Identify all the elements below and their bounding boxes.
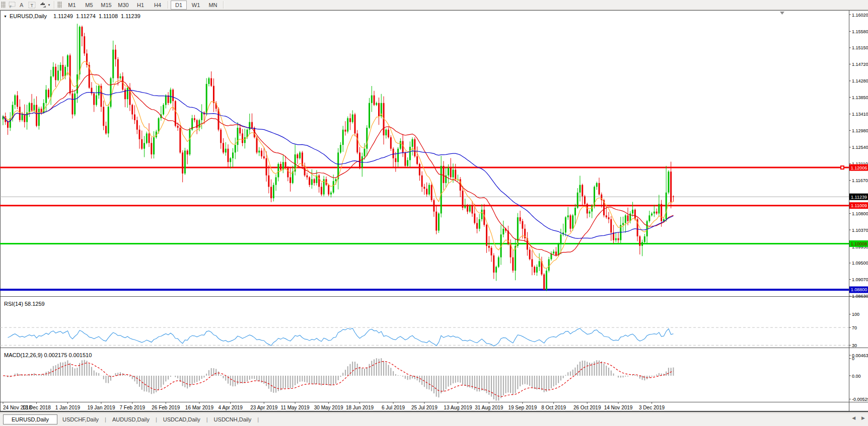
timeframe-button-h1[interactable]: H1 bbox=[132, 1, 149, 10]
macd-tick-label: 0.00463 bbox=[852, 353, 868, 358]
macd-tick-label: 0.00 bbox=[852, 374, 861, 379]
date-tick-label: 4 Apr 2019 bbox=[219, 405, 243, 410]
price-label-support-line-blue: 1.08800 bbox=[849, 286, 868, 293]
date-tick-label: 31 Aug 2019 bbox=[475, 405, 503, 410]
current-price-label: 1.11239 bbox=[849, 194, 868, 200]
timeframe-button-group: M1M5M15M30H1H4D1W1MN bbox=[63, 1, 226, 10]
price-label-support-line-green: 1.10008 bbox=[849, 240, 868, 247]
price-tick-label: 1.09070 bbox=[852, 277, 868, 282]
toolbar-grip[interactable] bbox=[1, 2, 6, 8]
price-tick-label: 1.15580 bbox=[852, 29, 868, 34]
timeframe-button-w1[interactable]: W1 bbox=[188, 1, 204, 10]
date-tick-label: 1 Jan 2019 bbox=[55, 405, 81, 410]
macd-indicator-label: MACD(12,26,9) 0.002175 0.001510 bbox=[4, 352, 92, 358]
svg-text:1.11239: 1.11239 bbox=[851, 195, 867, 200]
tab-usdcnh[interactable]: USDCNH,Daily bbox=[209, 415, 257, 424]
text-t-icon: T bbox=[28, 2, 36, 9]
timeframe-button-m30[interactable]: M30 bbox=[115, 1, 131, 10]
svg-text:T: T bbox=[31, 3, 34, 8]
price-tick-label: 1.14280 bbox=[852, 78, 868, 83]
svg-text:F: F bbox=[10, 5, 12, 9]
chart-symbol-label: EURUSD,Daily bbox=[10, 13, 47, 19]
date-tick-label: 23 Apr 2019 bbox=[250, 405, 277, 410]
toolbar-separator bbox=[54, 1, 55, 9]
price-label-resistance-line-lower: 1.11009 bbox=[849, 202, 868, 209]
chart-canvas[interactable]: 1.160201.155801.151501.147201.142801.138… bbox=[0, 10, 868, 412]
rsi-indicator-label: RSI(14) 58.1259 bbox=[4, 301, 45, 307]
timeframe-button-d1[interactable]: D1 bbox=[171, 1, 187, 10]
toolbar-separator bbox=[223, 1, 224, 9]
chart-scroll-buttons: ◀ ▶ bbox=[852, 415, 865, 421]
tab-separator: | bbox=[156, 416, 157, 422]
timeframe-button-m15[interactable]: M15 bbox=[98, 1, 114, 10]
symbol-dropdown-icon[interactable]: ▼ bbox=[4, 15, 7, 18]
ohlc-low: 1.11108 bbox=[99, 13, 118, 19]
chart-title: ▼EURUSD,Daily 1.112491.112741.111081.112… bbox=[4, 13, 140, 19]
date-tick-label: 11 May 2019 bbox=[281, 405, 310, 410]
chart-toolbar: F A T ▼ M1M5M15M30H1H4D1W1MN bbox=[0, 0, 868, 10]
rsi-tick-label: 70 bbox=[852, 325, 857, 330]
price-tick-label: 1.08630 bbox=[852, 294, 868, 299]
text-tool-button[interactable]: T bbox=[27, 1, 37, 9]
price-tick-label: 1.09500 bbox=[852, 261, 868, 266]
date-tick-label: 8 Oct 2019 bbox=[541, 405, 566, 410]
ohlc-close: 1.11239 bbox=[121, 13, 140, 19]
ohlc-open: 1.11249 bbox=[53, 13, 73, 19]
price-tick-label: 1.13410 bbox=[852, 112, 868, 117]
date-tick-label: 25 Jul 2019 bbox=[411, 405, 438, 410]
timeframe-button-m5[interactable]: M5 bbox=[81, 1, 97, 10]
date-tick-label: 30 May 2019 bbox=[314, 405, 343, 410]
timeframe-button-mn[interactable]: MN bbox=[205, 1, 221, 10]
objects-arrows-button[interactable]: ▼ bbox=[37, 1, 52, 9]
scroll-right-button[interactable]: ▶ bbox=[861, 415, 865, 421]
tab-separator: | bbox=[257, 416, 259, 422]
rsi-tick-label: 30 bbox=[852, 343, 857, 348]
date-tick-label: 13 Dec 2018 bbox=[22, 405, 51, 410]
timeframe-toolbar-grip[interactable] bbox=[57, 2, 62, 8]
tab-eurusd[interactable]: EURUSD,Daily bbox=[3, 414, 57, 424]
price-tick-label: 1.10370 bbox=[852, 228, 868, 233]
svg-text:A: A bbox=[20, 2, 24, 8]
tab-usdchf[interactable]: USDCHF,Daily bbox=[57, 415, 104, 424]
dropdown-arrow-icon[interactable]: ▼ bbox=[48, 4, 51, 7]
date-tick-label: 26 Oct 2019 bbox=[573, 405, 601, 410]
date-tick-label: 26 Feb 2019 bbox=[152, 405, 180, 410]
price-tick-label: 1.10800 bbox=[852, 211, 868, 216]
svg-text:1.11009: 1.11009 bbox=[851, 203, 867, 208]
date-tick-label: 13 Aug 2019 bbox=[444, 405, 472, 410]
svg-text:1.08800: 1.08800 bbox=[851, 287, 867, 292]
chart-tab-bar: EURUSD,DailyUSDCHF,Daily|AUDUSD,Daily|US… bbox=[0, 412, 868, 426]
date-tick-label: 19 Sep 2019 bbox=[508, 405, 537, 410]
macd-tick-label: -0.00529 bbox=[852, 397, 868, 402]
tab-separator: | bbox=[206, 416, 208, 422]
hline-endpoint-marker bbox=[841, 166, 844, 169]
date-tick-label: 7 Feb 2019 bbox=[119, 405, 145, 410]
date-tick-label: 19 Jan 2019 bbox=[87, 405, 115, 410]
mt4-terminal: F A T ▼ M1M5M15M30H1H4D1W1MN 1.160201.1 bbox=[0, 0, 868, 426]
date-tick-label: 3 Dec 2019 bbox=[639, 405, 665, 410]
date-tick-label: 16 Mar 2019 bbox=[185, 405, 214, 410]
tab-audusd[interactable]: AUDUSD,Daily bbox=[107, 415, 155, 424]
tab-usdcad[interactable]: USDCAD,Daily bbox=[158, 415, 205, 424]
ohlc-high: 1.11274 bbox=[76, 13, 96, 19]
date-tick-label: 18 Jun 2019 bbox=[346, 405, 374, 410]
diagonal-arrows-icon bbox=[39, 2, 47, 8]
annotation-a-button[interactable]: A bbox=[17, 1, 27, 9]
tab-separator: | bbox=[105, 416, 106, 422]
scroll-left-button[interactable]: ◀ bbox=[852, 415, 855, 421]
chart-tabs: EURUSD,DailyUSDCHF,Daily|AUDUSD,Daily|US… bbox=[3, 414, 260, 425]
price-tick-label: 1.11670 bbox=[852, 178, 868, 183]
price-label-resistance-line-upper: 1.12006 bbox=[849, 164, 868, 171]
chart-grid-button[interactable]: F bbox=[7, 1, 17, 9]
price-tick-label: 1.12980 bbox=[852, 128, 868, 133]
price-tick-label: 1.14720 bbox=[852, 62, 868, 67]
grid-f-icon: F bbox=[9, 2, 16, 9]
price-tick-label: 1.15150 bbox=[852, 45, 868, 50]
window-bottom-frame bbox=[0, 411, 868, 412]
price-tick-label: 1.16020 bbox=[852, 13, 868, 18]
timeframe-button-m1[interactable]: M1 bbox=[64, 1, 80, 10]
price-tick-label: 1.12540 bbox=[852, 145, 868, 150]
letter-a-icon: A bbox=[19, 2, 26, 8]
svg-text:1.12006: 1.12006 bbox=[851, 165, 867, 171]
timeframe-button-h4[interactable]: H4 bbox=[150, 1, 166, 10]
